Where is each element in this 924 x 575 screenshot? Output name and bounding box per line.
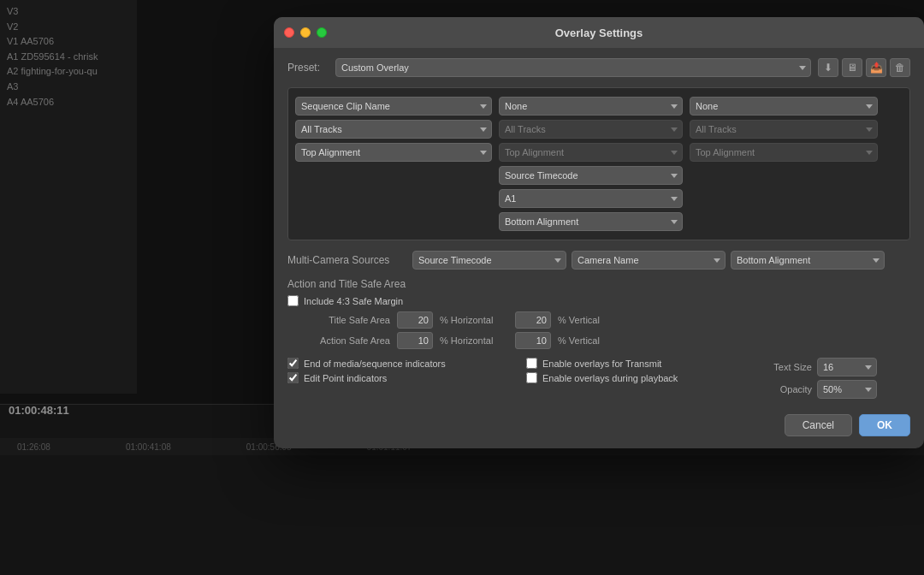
safe-area-section: Action and Title Safe Area Include 4:3 S…: [287, 278, 910, 349]
title-safe-horizontal-input[interactable]: [397, 311, 433, 329]
opacity-label: Opacity: [765, 384, 812, 394]
title-safe-vertical-input[interactable]: [515, 311, 551, 329]
left-tracks-select[interactable]: All Tracks A1 V1: [295, 120, 492, 139]
enable-playback-label: Enable overlays during playback: [542, 373, 678, 383]
modal-title: Overlay Settings: [555, 27, 643, 39]
transmit-col: Enable overlays for Transmit Enable over…: [526, 358, 748, 387]
center-top-tracks-select[interactable]: All Tracks: [499, 120, 683, 139]
enable-transmit-row: Enable overlays for Transmit: [526, 358, 748, 369]
include-margin-row: Include 4:3 Safe Margin: [287, 295, 910, 306]
end-of-media-row: End of media/sequence indicators: [287, 358, 509, 369]
center-top: None Sequence Clip Name Source Timecode …: [499, 97, 683, 162]
overlay-settings-modal: Overlay Settings Preset: Custom Overlay …: [274, 17, 924, 448]
multi-camera-source-select[interactable]: Source Timecode Camera Name: [412, 251, 566, 270]
edit-point-row: Edit Point indicators: [287, 372, 509, 383]
enable-transmit-checkbox[interactable]: [526, 358, 537, 369]
title-safe-pct-v: % Vertical: [558, 315, 626, 325]
preset-delete-icon[interactable]: 🗑: [890, 58, 910, 77]
preset-save-icon[interactable]: ⬇: [818, 58, 838, 77]
multi-camera-name-select[interactable]: Camera Name Clip Name: [572, 251, 726, 270]
opacity-row: Opacity 50% 25% 75% 100%: [765, 380, 910, 399]
end-of-media-checkbox[interactable]: [287, 358, 299, 369]
text-size-select[interactable]: 16 12 14 18 20: [817, 358, 877, 376]
multi-camera-label: Multi-Camera Sources: [287, 254, 407, 266]
cancel-button[interactable]: Cancel: [785, 414, 852, 436]
bottom-section: End of media/sequence indicators Edit Po…: [287, 358, 910, 402]
center-bottom: Source Timecode None Camera Name A1 All …: [499, 166, 683, 231]
enable-playback-row: Enable overlays during playback: [526, 372, 748, 383]
action-safe-vertical-input[interactable]: [515, 332, 551, 349]
action-safe-label: Action Safe Area: [287, 335, 390, 346]
end-of-media-label: End of media/sequence indicators: [304, 359, 446, 369]
multi-camera-alignment-select[interactable]: Bottom Alignment Top Alignment: [731, 251, 885, 270]
indicators-col: End of media/sequence indicators Edit Po…: [287, 358, 509, 387]
action-safe-horizontal-input[interactable]: [397, 332, 433, 349]
right-col: None Sequence Clip Name Source Timecode …: [690, 97, 878, 231]
center-col: None Sequence Clip Name Source Timecode …: [499, 97, 683, 231]
action-safe-row: Action Safe Area % Horizontal % Vertical: [287, 332, 910, 349]
preset-select-wrap: Custom Overlay Default Timecode Only: [335, 58, 811, 77]
enable-playback-checkbox[interactable]: [526, 372, 537, 383]
preset-row: Preset: Custom Overlay Default Timecode …: [287, 58, 910, 77]
preset-select[interactable]: Custom Overlay Default Timecode Only: [335, 58, 811, 77]
title-safe-row: Title Safe Area % Horizontal % Vertical: [287, 311, 910, 329]
text-size-label: Text Size: [765, 362, 812, 372]
window-controls: [284, 27, 327, 38]
right-type-select[interactable]: None Sequence Clip Name Source Timecode: [690, 97, 878, 116]
close-button[interactable]: [284, 27, 294, 38]
text-options-col: Text Size 16 12 14 18 20 Opacity 50% 25%…: [765, 358, 910, 402]
preset-monitor-icon[interactable]: 🖥: [842, 58, 862, 77]
left-alignment-select[interactable]: Top Alignment Bottom Alignment: [295, 143, 492, 162]
edit-point-checkbox[interactable]: [287, 372, 299, 383]
right-tracks-select[interactable]: All Tracks: [690, 120, 878, 139]
preset-icons: ⬇ 🖥 📤 🗑: [818, 58, 910, 77]
minimize-button[interactable]: [300, 27, 311, 38]
opacity-select[interactable]: 50% 25% 75% 100%: [817, 380, 877, 399]
maximize-button[interactable]: [317, 27, 327, 38]
center-bottom-tracks-select[interactable]: A1 All Tracks A2: [499, 189, 683, 208]
modal-body: Preset: Custom Overlay Default Timecode …: [274, 48, 924, 448]
right-alignment-select[interactable]: Top Alignment: [690, 143, 878, 162]
center-top-alignment-select[interactable]: Top Alignment: [499, 143, 683, 162]
action-safe-pct-h: % Horizontal: [440, 335, 508, 346]
left-type-select[interactable]: Sequence Clip Name None Source Timecode …: [295, 97, 492, 116]
multi-camera-row: Multi-Camera Sources Source Timecode Cam…: [287, 251, 910, 270]
ok-button[interactable]: OK: [859, 414, 910, 436]
preset-label: Preset:: [287, 62, 329, 74]
center-bottom-type-select[interactable]: Source Timecode None Camera Name: [499, 166, 683, 185]
include-margin-label: Include 4:3 Safe Margin: [304, 296, 403, 306]
title-safe-pct-h: % Horizontal: [440, 315, 508, 325]
modal-footer: Cancel OK: [287, 411, 910, 436]
edit-point-label: Edit Point indicators: [304, 373, 387, 383]
safe-area-title: Action and Title Safe Area: [287, 278, 910, 290]
overlay-grid: Sequence Clip Name None Source Timecode …: [287, 87, 910, 240]
preset-share-icon[interactable]: 📤: [866, 58, 886, 77]
center-bottom-alignment-select[interactable]: Bottom Alignment Top Alignment: [499, 212, 683, 231]
action-safe-pct-v: % Vertical: [558, 335, 626, 346]
center-top-type-select[interactable]: None Sequence Clip Name Source Timecode: [499, 97, 683, 116]
modal-titlebar: Overlay Settings: [274, 17, 924, 48]
enable-transmit-label: Enable overlays for Transmit: [542, 359, 661, 369]
text-size-row: Text Size 16 12 14 18 20: [765, 358, 910, 376]
include-margin-checkbox[interactable]: [287, 295, 299, 306]
title-safe-label: Title Safe Area: [287, 315, 390, 325]
left-col: Sequence Clip Name None Source Timecode …: [295, 97, 492, 231]
